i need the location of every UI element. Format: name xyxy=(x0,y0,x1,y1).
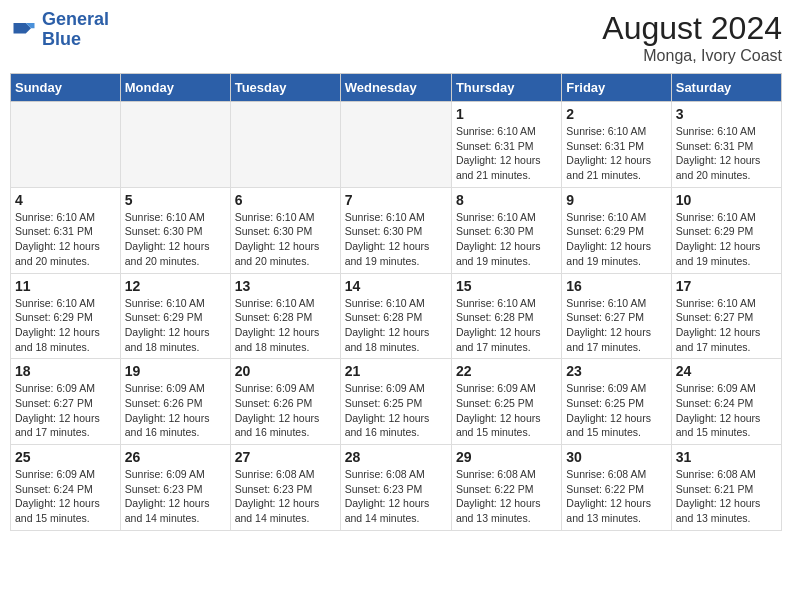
day-number: 13 xyxy=(235,278,336,294)
day-info: Sunrise: 6:09 AM Sunset: 6:26 PM Dayligh… xyxy=(235,381,336,440)
calendar-week-row: 4Sunrise: 6:10 AM Sunset: 6:31 PM Daylig… xyxy=(11,187,782,273)
day-number: 27 xyxy=(235,449,336,465)
day-number: 8 xyxy=(456,192,557,208)
day-number: 12 xyxy=(125,278,226,294)
calendar-cell: 12Sunrise: 6:10 AM Sunset: 6:29 PM Dayli… xyxy=(120,273,230,359)
days-of-week-row: SundayMondayTuesdayWednesdayThursdayFrid… xyxy=(11,74,782,102)
calendar-cell: 20Sunrise: 6:09 AM Sunset: 6:26 PM Dayli… xyxy=(230,359,340,445)
day-info: Sunrise: 6:10 AM Sunset: 6:27 PM Dayligh… xyxy=(676,296,777,355)
calendar-cell: 2Sunrise: 6:10 AM Sunset: 6:31 PM Daylig… xyxy=(562,102,671,188)
logo-text: General Blue xyxy=(42,10,109,50)
calendar-cell xyxy=(11,102,121,188)
day-number: 2 xyxy=(566,106,666,122)
day-info: Sunrise: 6:10 AM Sunset: 6:30 PM Dayligh… xyxy=(235,210,336,269)
day-info: Sunrise: 6:10 AM Sunset: 6:29 PM Dayligh… xyxy=(125,296,226,355)
day-number: 26 xyxy=(125,449,226,465)
calendar-cell: 22Sunrise: 6:09 AM Sunset: 6:25 PM Dayli… xyxy=(451,359,561,445)
logo-icon xyxy=(10,16,38,44)
day-of-week-monday: Monday xyxy=(120,74,230,102)
day-info: Sunrise: 6:10 AM Sunset: 6:31 PM Dayligh… xyxy=(15,210,116,269)
day-number: 1 xyxy=(456,106,557,122)
day-number: 11 xyxy=(15,278,116,294)
day-info: Sunrise: 6:08 AM Sunset: 6:23 PM Dayligh… xyxy=(235,467,336,526)
calendar-cell: 28Sunrise: 6:08 AM Sunset: 6:23 PM Dayli… xyxy=(340,445,451,531)
day-of-week-friday: Friday xyxy=(562,74,671,102)
calendar-cell: 11Sunrise: 6:10 AM Sunset: 6:29 PM Dayli… xyxy=(11,273,121,359)
calendar-header: SundayMondayTuesdayWednesdayThursdayFrid… xyxy=(11,74,782,102)
calendar-cell: 26Sunrise: 6:09 AM Sunset: 6:23 PM Dayli… xyxy=(120,445,230,531)
day-info: Sunrise: 6:10 AM Sunset: 6:30 PM Dayligh… xyxy=(456,210,557,269)
day-number: 9 xyxy=(566,192,666,208)
day-info: Sunrise: 6:10 AM Sunset: 6:27 PM Dayligh… xyxy=(566,296,666,355)
day-info: Sunrise: 6:10 AM Sunset: 6:30 PM Dayligh… xyxy=(125,210,226,269)
calendar-cell: 13Sunrise: 6:10 AM Sunset: 6:28 PM Dayli… xyxy=(230,273,340,359)
day-of-week-wednesday: Wednesday xyxy=(340,74,451,102)
calendar-cell: 29Sunrise: 6:08 AM Sunset: 6:22 PM Dayli… xyxy=(451,445,561,531)
day-number: 29 xyxy=(456,449,557,465)
calendar-cell: 31Sunrise: 6:08 AM Sunset: 6:21 PM Dayli… xyxy=(671,445,781,531)
calendar-cell: 23Sunrise: 6:09 AM Sunset: 6:25 PM Dayli… xyxy=(562,359,671,445)
day-info: Sunrise: 6:09 AM Sunset: 6:23 PM Dayligh… xyxy=(125,467,226,526)
page-header: General Blue August 2024 Monga, Ivory Co… xyxy=(10,10,782,65)
calendar-cell: 7Sunrise: 6:10 AM Sunset: 6:30 PM Daylig… xyxy=(340,187,451,273)
location-title: Monga, Ivory Coast xyxy=(602,47,782,65)
calendar-cell: 18Sunrise: 6:09 AM Sunset: 6:27 PM Dayli… xyxy=(11,359,121,445)
day-info: Sunrise: 6:08 AM Sunset: 6:21 PM Dayligh… xyxy=(676,467,777,526)
calendar-week-row: 18Sunrise: 6:09 AM Sunset: 6:27 PM Dayli… xyxy=(11,359,782,445)
calendar-cell: 25Sunrise: 6:09 AM Sunset: 6:24 PM Dayli… xyxy=(11,445,121,531)
calendar-week-row: 25Sunrise: 6:09 AM Sunset: 6:24 PM Dayli… xyxy=(11,445,782,531)
day-number: 18 xyxy=(15,363,116,379)
day-info: Sunrise: 6:10 AM Sunset: 6:31 PM Dayligh… xyxy=(456,124,557,183)
calendar-cell: 21Sunrise: 6:09 AM Sunset: 6:25 PM Dayli… xyxy=(340,359,451,445)
calendar-cell: 30Sunrise: 6:08 AM Sunset: 6:22 PM Dayli… xyxy=(562,445,671,531)
day-number: 16 xyxy=(566,278,666,294)
day-number: 28 xyxy=(345,449,447,465)
day-info: Sunrise: 6:09 AM Sunset: 6:26 PM Dayligh… xyxy=(125,381,226,440)
day-info: Sunrise: 6:09 AM Sunset: 6:25 PM Dayligh… xyxy=(456,381,557,440)
day-number: 4 xyxy=(15,192,116,208)
day-info: Sunrise: 6:10 AM Sunset: 6:28 PM Dayligh… xyxy=(235,296,336,355)
day-info: Sunrise: 6:09 AM Sunset: 6:24 PM Dayligh… xyxy=(15,467,116,526)
calendar-cell: 19Sunrise: 6:09 AM Sunset: 6:26 PM Dayli… xyxy=(120,359,230,445)
calendar-cell: 14Sunrise: 6:10 AM Sunset: 6:28 PM Dayli… xyxy=(340,273,451,359)
calendar-cell: 6Sunrise: 6:10 AM Sunset: 6:30 PM Daylig… xyxy=(230,187,340,273)
day-of-week-sunday: Sunday xyxy=(11,74,121,102)
day-number: 19 xyxy=(125,363,226,379)
day-info: Sunrise: 6:08 AM Sunset: 6:23 PM Dayligh… xyxy=(345,467,447,526)
day-number: 22 xyxy=(456,363,557,379)
month-year-title: August 2024 xyxy=(602,10,782,47)
calendar-cell: 10Sunrise: 6:10 AM Sunset: 6:29 PM Dayli… xyxy=(671,187,781,273)
calendar-week-row: 11Sunrise: 6:10 AM Sunset: 6:29 PM Dayli… xyxy=(11,273,782,359)
day-info: Sunrise: 6:10 AM Sunset: 6:30 PM Dayligh… xyxy=(345,210,447,269)
calendar-cell: 5Sunrise: 6:10 AM Sunset: 6:30 PM Daylig… xyxy=(120,187,230,273)
calendar-cell: 1Sunrise: 6:10 AM Sunset: 6:31 PM Daylig… xyxy=(451,102,561,188)
calendar-cell: 16Sunrise: 6:10 AM Sunset: 6:27 PM Dayli… xyxy=(562,273,671,359)
day-number: 31 xyxy=(676,449,777,465)
day-number: 10 xyxy=(676,192,777,208)
calendar-cell xyxy=(120,102,230,188)
day-number: 24 xyxy=(676,363,777,379)
day-number: 20 xyxy=(235,363,336,379)
day-info: Sunrise: 6:08 AM Sunset: 6:22 PM Dayligh… xyxy=(566,467,666,526)
logo: General Blue xyxy=(10,10,109,50)
day-number: 7 xyxy=(345,192,447,208)
day-number: 30 xyxy=(566,449,666,465)
day-info: Sunrise: 6:10 AM Sunset: 6:31 PM Dayligh… xyxy=(566,124,666,183)
day-of-week-tuesday: Tuesday xyxy=(230,74,340,102)
day-info: Sunrise: 6:10 AM Sunset: 6:31 PM Dayligh… xyxy=(676,124,777,183)
day-info: Sunrise: 6:09 AM Sunset: 6:27 PM Dayligh… xyxy=(15,381,116,440)
day-info: Sunrise: 6:09 AM Sunset: 6:24 PM Dayligh… xyxy=(676,381,777,440)
day-info: Sunrise: 6:10 AM Sunset: 6:28 PM Dayligh… xyxy=(456,296,557,355)
calendar-cell: 27Sunrise: 6:08 AM Sunset: 6:23 PM Dayli… xyxy=(230,445,340,531)
day-number: 5 xyxy=(125,192,226,208)
day-info: Sunrise: 6:10 AM Sunset: 6:29 PM Dayligh… xyxy=(15,296,116,355)
day-info: Sunrise: 6:10 AM Sunset: 6:28 PM Dayligh… xyxy=(345,296,447,355)
day-number: 15 xyxy=(456,278,557,294)
day-info: Sunrise: 6:10 AM Sunset: 6:29 PM Dayligh… xyxy=(676,210,777,269)
calendar-table: SundayMondayTuesdayWednesdayThursdayFrid… xyxy=(10,73,782,531)
calendar-cell: 8Sunrise: 6:10 AM Sunset: 6:30 PM Daylig… xyxy=(451,187,561,273)
title-section: August 2024 Monga, Ivory Coast xyxy=(602,10,782,65)
calendar-cell xyxy=(230,102,340,188)
day-info: Sunrise: 6:10 AM Sunset: 6:29 PM Dayligh… xyxy=(566,210,666,269)
calendar-cell: 24Sunrise: 6:09 AM Sunset: 6:24 PM Dayli… xyxy=(671,359,781,445)
